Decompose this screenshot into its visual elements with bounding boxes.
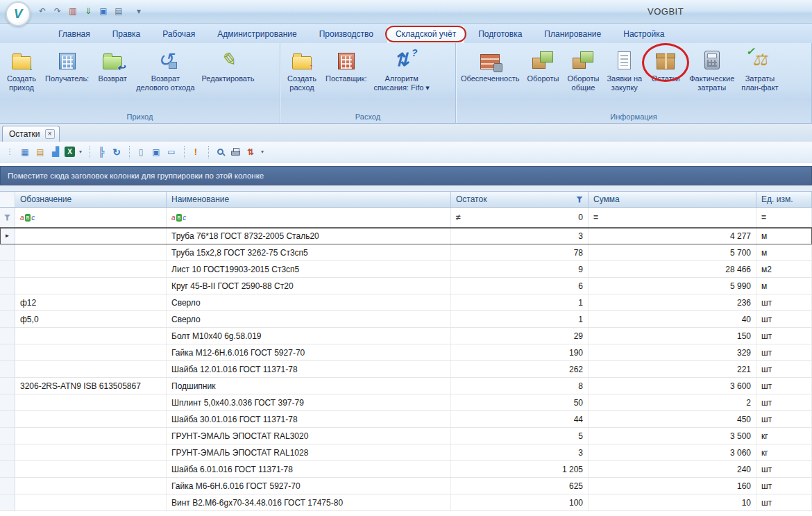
actual-costs-button[interactable]: Фактические затраты [686, 45, 738, 94]
table-row[interactable]: ► Труба 76*18 ГОСТ 8732-2005 Сталь20 3 4… [0, 228, 812, 244]
purchase-requests-button[interactable]: Заявки на закупку [603, 45, 645, 94]
column-header-qty[interactable]: Остаток [451, 192, 589, 207]
cell-unit[interactable]: шт [756, 294, 812, 310]
tab-administrirovanie[interactable]: Администрирование [209, 26, 305, 43]
cell-unit[interactable]: м [756, 244, 812, 260]
cell-unit[interactable]: шт [756, 311, 812, 327]
cell-qty[interactable]: 3 [451, 228, 589, 244]
print-icon[interactable] [228, 145, 242, 159]
cell-designation[interactable]: 3206-2RS-ATN9 ISB 613505867 [15, 378, 167, 394]
create-expense-button[interactable]: Создать расход [282, 45, 322, 94]
stock-button[interactable]: Остатки [645, 45, 686, 85]
card-view-icon[interactable]: ▭ [164, 145, 178, 159]
cell-sum[interactable]: 4 277 [589, 228, 756, 244]
cell-designation[interactable] [15, 494, 167, 510]
cell-qty[interactable]: 50 [451, 394, 589, 410]
vogbit-logo-icon[interactable]: V [6, 1, 31, 26]
paste-icon[interactable]: ▤ [112, 4, 125, 18]
cell-sum[interactable]: 450 [589, 411, 756, 427]
cell-unit[interactable]: шт [756, 328, 812, 344]
cell-name[interactable]: Шплинт 5,0х40.3.036 ГОСТ 397-79 [167, 394, 451, 410]
cell-sum[interactable]: 150 [589, 328, 756, 344]
cell-unit[interactable]: м [756, 228, 812, 244]
filter-funnel-icon[interactable] [576, 197, 583, 203]
cell-designation[interactable] [15, 444, 167, 460]
availability-button[interactable]: Обеспеченность [457, 45, 523, 85]
cell-designation[interactable] [15, 328, 167, 344]
tab-proizvodstvo[interactable]: Производство [311, 26, 382, 43]
table-row[interactable]: ф12 Сверло 1 236 шт [0, 294, 812, 311]
cell-unit[interactable]: кг [756, 444, 812, 460]
cell-qty[interactable]: 3 [451, 444, 589, 460]
filter-value[interactable]: 0 [578, 213, 583, 222]
tree-levels-icon[interactable]: ╠ [94, 145, 108, 159]
receiver-button[interactable]: Получатель: [42, 45, 92, 85]
filter-cell-qty[interactable]: ≠ 0 [451, 208, 589, 227]
chart-icon[interactable]: ▟ [49, 145, 62, 159]
plan-fact-costs-button[interactable]: Затраты план-факт [738, 45, 781, 94]
table-row[interactable]: ГРУНТ-ЭМАЛЬ ЭПОСТАТ RAL1028 3 3 060 кг [0, 444, 812, 461]
cell-name[interactable]: Лист 10 ГОСТ19903-2015 Ст3сп5 [167, 261, 451, 277]
cell-designation[interactable] [15, 361, 167, 377]
return-button[interactable]: Возврат [92, 45, 133, 85]
cell-name[interactable]: Шайба 6.01.016 ГОСТ 11371-78 [167, 461, 451, 477]
cell-name[interactable]: Подшипник [167, 378, 451, 394]
new-document-icon[interactable]: ▯ [134, 145, 148, 159]
filter-edit-icon[interactable] [4, 215, 11, 221]
cell-qty[interactable]: 78 [451, 244, 589, 260]
cell-qty[interactable]: 1 [451, 294, 589, 310]
cell-designation[interactable] [15, 394, 167, 410]
cell-qty[interactable]: 1 205 [451, 461, 589, 477]
cell-qty[interactable]: 6 [451, 278, 589, 294]
cell-unit[interactable]: шт [756, 394, 812, 410]
equal-operator-icon[interactable]: = [593, 213, 598, 222]
table-row[interactable]: Гайка М6-6Н.6.016 ГОСТ 5927-70 625 160 ш… [0, 478, 812, 494]
dropdown-caret-icon[interactable]: ▾ [259, 145, 266, 159]
table-row[interactable]: Круг 45-В-II ГОСТ 2590-88 Ст20 6 5 990 м [0, 278, 812, 294]
cell-sum[interactable]: 240 [589, 461, 756, 477]
cell-designation[interactable] [15, 344, 167, 360]
cell-sum[interactable]: 3 600 [589, 378, 756, 394]
cell-qty[interactable]: 1 [451, 311, 589, 327]
cell-qty[interactable]: 625 [451, 478, 589, 494]
cell-designation[interactable] [15, 461, 167, 477]
table-row[interactable]: Шайба 30.01.016 ГОСТ 11371-78 44 450 шт [0, 411, 812, 428]
cell-unit[interactable]: м2 [756, 261, 812, 277]
table-row[interactable]: Лист 10 ГОСТ19903-2015 Ст3сп5 9 28 466 м… [0, 261, 812, 278]
table-row[interactable]: Труба 15х2,8 ГОСТ 3262-75 Ст3сп5 78 5 70… [0, 244, 812, 261]
close-tab-icon[interactable]: × [45, 129, 55, 139]
writeoff-algorithm-button[interactable]: Алгоритм списания: Fifo ▾ [370, 45, 432, 94]
tab-glavnaya[interactable]: Главная [50, 26, 99, 43]
cell-sum[interactable]: 5 700 [589, 244, 756, 260]
excel-export-icon[interactable]: X [65, 147, 75, 157]
table-row[interactable]: Шайба 6.01.016 ГОСТ 11371-78 1 205 240 ш… [0, 461, 812, 478]
cell-designation[interactable] [15, 478, 167, 494]
create-income-button[interactable]: Создать приход [1, 45, 42, 94]
cell-unit[interactable]: шт [756, 361, 812, 377]
search-icon[interactable] [213, 145, 227, 159]
cell-name[interactable]: Гайка М6-6Н.6.016 ГОСТ 5927-70 [167, 478, 451, 494]
cell-name[interactable]: Круг 45-В-II ГОСТ 2590-88 Ст20 [167, 278, 451, 294]
cell-qty[interactable]: 9 [451, 261, 589, 277]
filter-cell-sum[interactable]: = [589, 208, 756, 227]
cell-sum[interactable]: 10 [589, 494, 756, 510]
column-header-designation[interactable]: Обозначение [15, 192, 167, 207]
tab-planirovanie[interactable]: Планирование [536, 26, 609, 43]
cell-name[interactable]: Труба 76*18 ГОСТ 8732-2005 Сталь20 [167, 228, 451, 244]
table-row[interactable]: Гайка М12-6Н.6.016 ГОСТ 5927-70 190 329 … [0, 344, 812, 361]
table-row[interactable]: ГРУНТ-ЭМАЛЬ ЭПОСТАТ RAL3020 5 3 500 кг [0, 428, 812, 444]
cell-designation[interactable] [15, 244, 167, 260]
table-row[interactable]: Болт М10х40 6g.58.019 29 150 шт [0, 328, 812, 344]
cell-sum[interactable]: 5 990 [589, 278, 756, 294]
cell-name[interactable]: Сверло [167, 311, 451, 327]
cell-sum[interactable]: 2 [589, 394, 756, 410]
cell-designation[interactable] [15, 261, 167, 277]
open-report-icon[interactable]: ▥ [67, 4, 79, 18]
cell-name[interactable]: Винт В2.М6-6gх70-34.48.016 ГОСТ 17475-80 [167, 494, 451, 510]
not-equal-operator-icon[interactable]: ≠ [456, 213, 461, 222]
cell-sum[interactable]: 221 [589, 361, 756, 377]
filter-cell-name[interactable]: авс [167, 208, 451, 227]
refresh-icon[interactable]: ↻ [110, 145, 124, 159]
cell-designation[interactable] [15, 411, 167, 427]
cell-unit[interactable]: шт [756, 411, 812, 427]
